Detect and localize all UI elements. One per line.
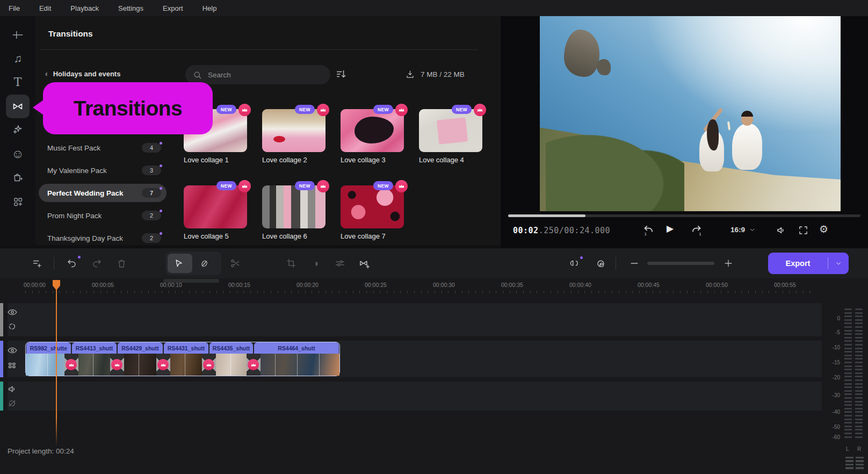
timeline-clip[interactable]: RS4464_shutt	[254, 342, 339, 376]
next-frame-button[interactable]: 1	[690, 224, 704, 238]
zoom-out-button[interactable]	[625, 254, 644, 273]
ruler-label: 00:00:40	[569, 282, 591, 288]
audio-track-mute-button[interactable]	[7, 384, 18, 394]
transition-card[interactable]: NEW Love collage 4	[419, 109, 482, 164]
pack-label: Prom Night Pack	[47, 212, 102, 220]
skip-back-icon: 1	[641, 224, 655, 238]
ruler-label: 00:00:30	[433, 282, 455, 288]
audio-track-unlink-button[interactable]	[7, 398, 18, 409]
transitions-bowtie-icon	[11, 100, 24, 113]
export-button[interactable]: Export	[768, 253, 849, 274]
split-button[interactable]	[226, 254, 245, 273]
playhead-line[interactable]	[56, 289, 57, 446]
menu-edit[interactable]: Edit	[39, 4, 51, 12]
download-status[interactable]: 7 MB / 22 MB	[405, 69, 465, 80]
ruler-label: 00:00:00	[24, 282, 46, 288]
ruler-label: 00:00:35	[501, 282, 523, 288]
speaker-icon	[7, 384, 18, 394]
select-tool-button[interactable]	[169, 254, 188, 273]
menu-settings[interactable]: Settings	[118, 4, 143, 12]
sort-button[interactable]	[335, 68, 349, 82]
play-button[interactable]: ▶	[667, 223, 674, 234]
sidebar-import-button[interactable]	[6, 23, 30, 47]
transition-thumbnail[interactable]: NEW	[419, 109, 482, 152]
transition-thumbnail[interactable]: NEW	[184, 185, 247, 228]
trash-icon	[116, 258, 127, 269]
menu-playback[interactable]: Playback	[70, 4, 99, 12]
motion-tracking-button[interactable]	[591, 254, 610, 273]
pack-count-badge: 4	[142, 143, 161, 153]
transition-thumbnail[interactable]: NEW	[341, 109, 404, 152]
zoom-in-button[interactable]	[719, 254, 738, 273]
sidebar-titles-button[interactable]: T	[6, 70, 30, 94]
pack-music-fest[interactable]: Music Fest Pack 4	[39, 139, 167, 157]
aspect-ratio-selector[interactable]: 16:9	[730, 226, 756, 234]
sidebar-store-button[interactable]	[6, 166, 30, 189]
menu-file[interactable]: File	[9, 4, 20, 12]
person-woman-hair	[707, 119, 719, 150]
breadcrumb[interactable]: ‹ Holidays and events	[45, 69, 120, 78]
snap-tool-button[interactable]	[194, 254, 214, 273]
audio-track-lane[interactable]	[8, 382, 822, 411]
preview-seek-bar[interactable]	[508, 214, 860, 217]
video-track-visibility-button[interactable]	[7, 345, 18, 356]
clip-name[interactable]: RS4431_shutt	[164, 342, 208, 354]
export-options-button[interactable]	[828, 260, 849, 267]
crop-button[interactable]	[281, 254, 301, 273]
pack-my-valentine[interactable]: My Valentine Pack 3	[39, 161, 167, 179]
transition-card[interactable]: NEW Love collage 6	[262, 185, 326, 240]
slashed-oval-icon	[199, 258, 210, 269]
transition-card[interactable]: NEW Love collage 5	[184, 185, 247, 240]
svg-text:1: 1	[699, 232, 701, 236]
add-track-button[interactable]	[28, 254, 47, 273]
menu-export[interactable]: Export	[163, 4, 183, 12]
chevron-down-icon	[835, 260, 842, 267]
transition-thumbnail[interactable]: NEW	[262, 185, 326, 228]
clip-name[interactable]: RS4413_shutt	[72, 342, 117, 354]
fullscreen-button[interactable]	[798, 225, 809, 236]
new-badge: NEW	[216, 105, 236, 114]
audio-normalize-button[interactable]	[565, 254, 584, 273]
sidebar-audio-button[interactable]: ♫	[6, 47, 30, 70]
meter-channel-right-label: R	[857, 446, 861, 452]
clip-name[interactable]: RS4429_shutt	[118, 342, 163, 354]
pack-thanksgiving[interactable]: Thanksgiving Day Pack 2	[39, 229, 167, 247]
clip-name[interactable]: RS4464_shutt	[254, 342, 339, 354]
add-transition-button[interactable]	[355, 254, 374, 273]
overlay-track-lane[interactable]	[8, 303, 822, 336]
clip-name[interactable]: RS982_shutte	[26, 342, 71, 354]
color-adjust-button[interactable]: ◑	[306, 254, 326, 273]
crop-icon	[286, 258, 296, 269]
sidebar-effects-button[interactable]	[6, 118, 30, 141]
undo-button[interactable]	[62, 254, 82, 273]
overlay-track-link-button[interactable]	[7, 321, 18, 332]
preview-settings-button[interactable]: ⚙	[819, 223, 828, 235]
transition-thumbnail[interactable]: NEW	[341, 185, 404, 228]
transition-card[interactable]: NEW Love collage 3	[341, 109, 404, 164]
sliders-icon	[334, 257, 346, 269]
transition-card[interactable]: NEW Love collage 2	[262, 109, 326, 164]
pack-prom-night[interactable]: Prom Night Pack 2	[39, 206, 167, 225]
timecode-total: .250/00:24.000	[539, 226, 610, 235]
filters-button[interactable]	[330, 254, 350, 273]
clip-name[interactable]: RS4435_shutt	[209, 342, 253, 354]
volume-button[interactable]	[776, 225, 787, 236]
delete-button[interactable]	[112, 254, 131, 273]
pack-perfect-wedding[interactable]: Perfect Wedding Pack 7	[39, 184, 167, 202]
transition-thumbnail[interactable]: NEW	[262, 109, 326, 152]
ruler-label: 00:00:10	[160, 282, 182, 288]
timeline-zoom-slider[interactable]	[647, 262, 714, 265]
transition-card[interactable]: NEW Love collage 7	[341, 185, 404, 240]
sidebar-stickers-button[interactable]: ☺	[6, 142, 30, 166]
sidebar-more-tools-button[interactable]	[6, 190, 30, 213]
video-track-thumbnails-button[interactable]	[7, 360, 18, 371]
previous-frame-button[interactable]: 1	[641, 224, 655, 238]
timeline-ruler[interactable]: 00:00:00 00:00:05 00:00:10 00:00:15 00:0…	[0, 278, 822, 296]
menu-help[interactable]: Help	[202, 4, 217, 12]
overlay-track-visibility-button[interactable]	[7, 307, 18, 318]
search-input[interactable]	[207, 70, 316, 80]
sidebar-transitions-button[interactable]	[6, 95, 30, 118]
meter-toggle-button[interactable]	[845, 457, 864, 470]
clip-filmstrip[interactable]	[254, 354, 339, 376]
redo-button[interactable]	[87, 254, 106, 273]
